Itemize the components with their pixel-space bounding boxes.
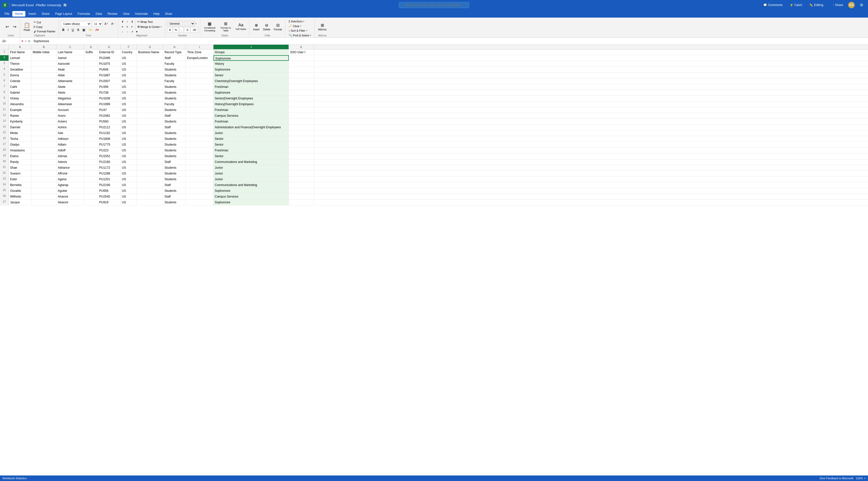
cell-f21[interactable]: US [121, 165, 137, 170]
cell-f9[interactable]: US [121, 96, 137, 101]
align-left-button[interactable]: ≡ [120, 25, 125, 29]
cell-j12[interactable]: Campus Services [214, 113, 289, 119]
cell-h25[interactable]: Students [163, 188, 186, 194]
cell-h4[interactable]: Students [163, 67, 186, 72]
font-decrease-button[interactable]: A⁻ [110, 21, 116, 27]
cell-b14[interactable] [31, 125, 57, 130]
cell-j17[interactable]: Senior [214, 142, 289, 147]
cell-b8[interactable] [31, 90, 57, 95]
cell-b3[interactable] [31, 61, 57, 67]
cell-c21[interactable]: Adriance [57, 165, 84, 170]
cell-a24[interactable]: Bernetta [9, 182, 31, 188]
cancel-formula-icon[interactable]: ✕ [21, 39, 24, 43]
cell-i11[interactable] [186, 107, 214, 113]
cell-g4[interactable] [137, 67, 163, 72]
cell-e4[interactable]: PU646 [98, 67, 121, 72]
cell-k5[interactable] [289, 72, 314, 78]
cell-i21[interactable] [186, 165, 214, 170]
cell-i24[interactable] [186, 182, 214, 188]
cell-f20[interactable]: US [121, 159, 137, 165]
col-header-a[interactable]: A [9, 45, 31, 49]
cell-b6[interactable] [31, 78, 57, 84]
cell-f11[interactable]: US [121, 107, 137, 113]
cell-c6[interactable]: Abbenante [57, 78, 84, 84]
cell-k13[interactable] [289, 119, 314, 124]
find-select-button[interactable]: 🔍 Find & Select ▾ [287, 33, 312, 37]
cell-h7[interactable]: Students [163, 84, 186, 90]
cell-c27[interactable]: Abaroni [57, 200, 84, 205]
cell-i1[interactable]: Time Zone [186, 50, 214, 55]
col-header-f[interactable]: F [121, 45, 137, 49]
cell-a9[interactable]: Vickey [9, 96, 31, 101]
indent-increase-button[interactable]: → [125, 30, 130, 34]
cell-h17[interactable]: Students [163, 142, 186, 147]
cell-e3[interactable]: PU1975 [98, 61, 121, 67]
cell-d4[interactable] [84, 67, 98, 72]
cell-a16[interactable]: Tesha [9, 136, 31, 141]
cell-a12[interactable]: Ranee [9, 113, 31, 119]
cell-e21[interactable]: PU1172 [98, 165, 121, 170]
cell-k6[interactable] [289, 78, 314, 84]
cell-g9[interactable] [137, 96, 163, 101]
cell-d7[interactable] [84, 84, 98, 90]
cell-c5[interactable]: Abbe [57, 72, 84, 78]
cell-f24[interactable]: US [121, 182, 137, 188]
cell-g1[interactable]: Business Name [137, 50, 163, 55]
decrease-decimal-button[interactable]: .00 [191, 27, 198, 33]
cell-c19[interactable]: Admas [57, 153, 84, 159]
cell-j22[interactable]: Junior [214, 171, 289, 176]
cell-b21[interactable] [31, 165, 57, 170]
undo-button[interactable]: ↩ [3, 20, 10, 34]
cell-i8[interactable] [186, 90, 214, 95]
cell-k14[interactable] [289, 125, 314, 130]
cell-d19[interactable] [84, 153, 98, 159]
cell-g18[interactable] [137, 148, 163, 153]
cell-b11[interactable] [31, 107, 57, 113]
cell-j3[interactable]: History [214, 61, 289, 67]
cell-e12[interactable]: PU2482 [98, 113, 121, 119]
cell-d17[interactable] [84, 142, 98, 147]
cell-f6[interactable]: US [121, 78, 137, 84]
cell-i13[interactable] [186, 119, 214, 124]
insert-button[interactable]: ⊕ Insert [252, 20, 261, 34]
cell-g17[interactable] [137, 142, 163, 147]
cell-a14[interactable]: Danniel [9, 125, 31, 130]
cell-k15[interactable] [289, 130, 314, 136]
share-button[interactable]: ↑ Share [831, 2, 845, 7]
align-bottom-button[interactable]: ⬇ [130, 20, 134, 24]
menu-view[interactable]: View [121, 11, 132, 17]
cell-g27[interactable] [137, 200, 163, 205]
cell-f17[interactable]: US [121, 142, 137, 147]
font-color-button[interactable]: A▾ [94, 27, 100, 33]
cell-k11[interactable] [289, 107, 314, 113]
cell-h11[interactable]: Students [163, 107, 186, 113]
cell-i14[interactable] [186, 125, 214, 130]
cell-b18[interactable] [31, 148, 57, 153]
cell-h1[interactable]: Record Type [163, 50, 186, 55]
cell-j21[interactable]: Junior [214, 165, 289, 170]
cut-button[interactable]: ✂ Cut [32, 20, 57, 24]
col-header-d[interactable]: D [84, 45, 98, 49]
cell-i22[interactable] [186, 171, 214, 176]
number-format-select[interactable]: General [167, 21, 195, 26]
strikethrough-button[interactable]: S [76, 27, 81, 33]
cell-f23[interactable]: US [121, 177, 137, 182]
cell-j6[interactable]: Chemistry|Overnight Employees [214, 78, 289, 84]
confirm-formula-icon[interactable]: ✓ [25, 39, 27, 43]
cell-k2[interactable] [289, 55, 314, 61]
format-painter-button[interactable]: 🖌 Format Painter [32, 29, 57, 33]
cell-k16[interactable] [289, 136, 314, 141]
col-header-b[interactable]: B [31, 45, 57, 49]
cell-h9[interactable]: Students [163, 96, 186, 101]
cell-b16[interactable] [31, 136, 57, 141]
cell-d5[interactable] [84, 72, 98, 78]
cell-e13[interactable]: PU500 [98, 119, 121, 124]
cell-e19[interactable]: PU1552 [98, 153, 121, 159]
cell-a22[interactable]: Sueann [9, 171, 31, 176]
cell-b10[interactable] [31, 101, 57, 107]
cell-i27[interactable] [186, 200, 214, 205]
cell-i6[interactable] [186, 78, 214, 84]
cell-c4[interactable]: Abati [57, 67, 84, 72]
cell-b19[interactable] [31, 153, 57, 159]
cell-a13[interactable]: Kymberly [9, 119, 31, 124]
